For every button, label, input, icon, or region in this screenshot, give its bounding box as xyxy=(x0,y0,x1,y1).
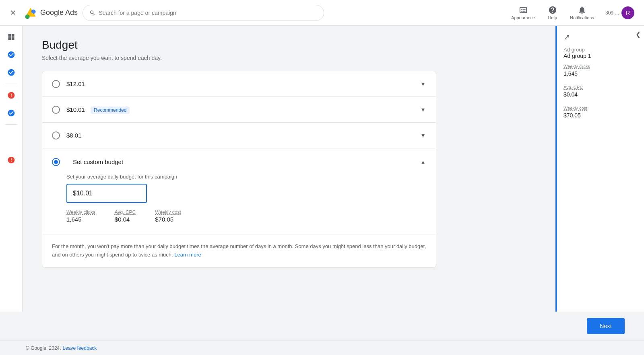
custom-input-label: Set your average daily budget for this c… xyxy=(66,174,426,180)
notifications-label: Notifications xyxy=(570,15,594,20)
right-panel: ↗ Ad group Ad group 1 Weekly clicks 1,64… xyxy=(555,26,644,312)
footer-note-text: For the month, you won't pay more than y… xyxy=(52,243,426,258)
sidebar-campaigns-button[interactable] xyxy=(3,47,19,63)
weekly-clicks-label: Weekly clicks xyxy=(66,209,95,215)
stats-row: Weekly clicks 1,645 Avg. CPC $0.04 Weekl… xyxy=(66,209,426,223)
radio-2[interactable] xyxy=(52,106,60,114)
weekly-cost-label: Weekly cost xyxy=(155,209,181,215)
learn-more-link[interactable]: Learn more xyxy=(174,252,201,258)
panel-trend: ↗ xyxy=(564,32,638,42)
budget-card: $12.01 ▾ $10.01 Recommended ▾ xyxy=(42,71,436,268)
custom-chevron[interactable]: ▴ xyxy=(420,156,426,167)
appearance-button[interactable]: Appearance xyxy=(506,3,540,23)
sidebar-divider xyxy=(5,84,17,84)
alert2-icon xyxy=(7,156,15,164)
stat-weekly-clicks: Weekly clicks 1,645 xyxy=(66,209,95,223)
adgroups-icon xyxy=(7,68,15,76)
radio-custom[interactable] xyxy=(52,158,60,166)
checkmark-icon xyxy=(7,109,15,117)
notifications-button[interactable]: Notifications xyxy=(565,3,599,23)
page-subtitle: Select the average you want to spend eac… xyxy=(42,55,536,61)
appearance-label: Appearance xyxy=(511,15,535,20)
brand-name: Google Ads xyxy=(40,8,78,17)
help-icon xyxy=(548,6,557,14)
search-icon xyxy=(89,10,95,16)
help-label: Help xyxy=(548,15,557,20)
google-ads-logo: Google Ads xyxy=(24,6,78,19)
budget-option-2[interactable]: $10.01 Recommended ▾ xyxy=(42,97,436,123)
stat-weekly-cost: Weekly cost $70.05 xyxy=(155,209,181,223)
custom-budget-label: Set custom budget xyxy=(73,158,123,165)
chevron-3[interactable]: ▾ xyxy=(420,130,426,141)
budget-amount-3: $8.01 xyxy=(66,132,420,139)
budget-amount-2: $10.01 Recommended xyxy=(66,106,420,113)
panel-group-title: Ad group Ad group 1 xyxy=(564,47,638,59)
budget-option-1[interactable]: $12.01 ▾ xyxy=(42,71,436,97)
avatar: R xyxy=(621,6,634,19)
chevron-2[interactable]: ▾ xyxy=(420,104,426,115)
account-info[interactable]: 309-... R xyxy=(602,5,638,21)
copyright-text: © Google, 2024. xyxy=(26,345,61,351)
panel-stat-weekly-clicks: Weekly clicks 1,645 xyxy=(564,64,638,77)
budget-amount-1: $12.01 xyxy=(66,80,420,87)
custom-budget-header[interactable]: Set custom budget ▴ xyxy=(52,156,426,167)
custom-budget-input[interactable] xyxy=(66,184,147,203)
stat-avg-cpc: Avg. CPC $0.04 xyxy=(115,209,136,223)
custom-budget-section: Set custom budget ▴ Set your average dai… xyxy=(42,148,436,234)
content-area: Budget Select the average you want to sp… xyxy=(23,26,555,312)
sidebar-divider-2 xyxy=(5,124,17,125)
budget-option-3[interactable]: $8.01 ▾ xyxy=(42,123,436,148)
page-title: Budget xyxy=(42,39,536,51)
next-button[interactable]: Next xyxy=(587,318,625,334)
radio-1[interactable] xyxy=(52,80,60,88)
topnav-right: Appearance Help Notifications 309-... R xyxy=(506,3,638,23)
panel-stat-weekly-cost: Weekly cost $70.05 xyxy=(564,106,638,119)
panel-stat-avg-cpc: Avg. CPC $0.04 xyxy=(564,85,638,98)
sidebar-checkmark-button[interactable] xyxy=(3,105,19,121)
campaigns-icon xyxy=(7,51,15,59)
weekly-cost-value: $70.05 xyxy=(155,216,181,223)
svg-point-1 xyxy=(25,14,29,19)
search-bar[interactable] xyxy=(83,5,324,21)
chevron-1[interactable]: ▾ xyxy=(420,78,426,89)
sidebar-alert-button[interactable] xyxy=(3,87,19,103)
appearance-icon xyxy=(519,6,528,14)
weekly-clicks-value: 1,645 xyxy=(66,216,95,223)
help-button[interactable]: Help xyxy=(543,3,562,23)
sidebar-alert2-button[interactable] xyxy=(3,152,19,168)
sidebar-overview-button[interactable] xyxy=(3,29,19,45)
logo-icon xyxy=(24,6,37,19)
account-id: 309-... xyxy=(605,10,619,16)
copyright-bar: © Google, 2024. Leave feedback xyxy=(0,341,644,355)
footer-note: For the month, you won't pay more than y… xyxy=(42,234,436,267)
avg-cpc-label: Avg. CPC xyxy=(115,209,136,215)
leave-feedback-link[interactable]: Leave feedback xyxy=(63,345,97,351)
close-button[interactable]: ✕ xyxy=(6,6,19,19)
bottom-action-bar: Next xyxy=(0,312,644,341)
panel-collapse-button[interactable]: ❮ xyxy=(636,31,641,38)
avg-cpc-value: $0.04 xyxy=(115,216,136,223)
overview-icon xyxy=(7,33,15,41)
search-input[interactable] xyxy=(99,10,317,16)
notifications-icon xyxy=(578,6,586,14)
left-sidebar xyxy=(0,26,23,312)
sidebar-adgroups-button[interactable] xyxy=(3,64,19,80)
recommended-badge: Recommended xyxy=(91,107,130,114)
custom-budget-inner: Set your average daily budget for this c… xyxy=(52,174,426,223)
top-navigation: ✕ Google Ads Appearance Help xyxy=(0,0,644,26)
alert-icon xyxy=(7,91,15,99)
radio-3[interactable] xyxy=(52,131,60,140)
